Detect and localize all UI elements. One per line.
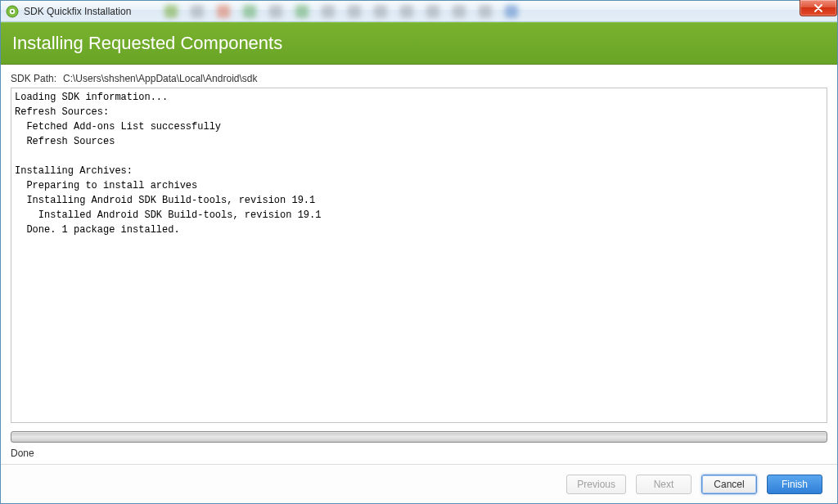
- window-controls: [800, 0, 837, 16]
- window-close-button[interactable]: [800, 0, 837, 16]
- svg-point-2: [11, 10, 14, 12]
- cancel-button[interactable]: Cancel: [701, 475, 757, 494]
- app-icon: [6, 5, 19, 18]
- content-area: SDK Path: C:\Users\shshen\AppData\Local\…: [1, 65, 837, 464]
- sdk-path-label: SDK Path:: [11, 73, 56, 84]
- titlebar[interactable]: SDK Quickfix Installation: [1, 1, 837, 22]
- sdk-path-row: SDK Path: C:\Users\shshen\AppData\Local\…: [11, 73, 827, 84]
- wizard-title: Installing Requested Components: [12, 33, 282, 54]
- progress-row: [11, 431, 827, 443]
- window-title: SDK Quickfix Installation: [24, 6, 131, 17]
- progress-bar: [11, 431, 827, 443]
- wizard-header: Installing Requested Components: [1, 22, 837, 65]
- close-icon: [813, 4, 823, 12]
- finish-button[interactable]: Finish: [767, 475, 822, 494]
- background-blur-decor: [164, 2, 772, 20]
- install-log[interactable]: Loading SDK information... Refresh Sourc…: [11, 88, 827, 423]
- status-text: Done: [11, 448, 827, 459]
- dialog-window: SDK Quickfix Installation Installing Req…: [0, 0, 838, 504]
- footer-button-bar: Previous Next Cancel Finish: [1, 464, 837, 503]
- previous-button: Previous: [566, 475, 626, 494]
- next-button: Next: [636, 475, 692, 494]
- sdk-path-value: C:\Users\shshen\AppData\Local\Android\sd…: [63, 73, 257, 84]
